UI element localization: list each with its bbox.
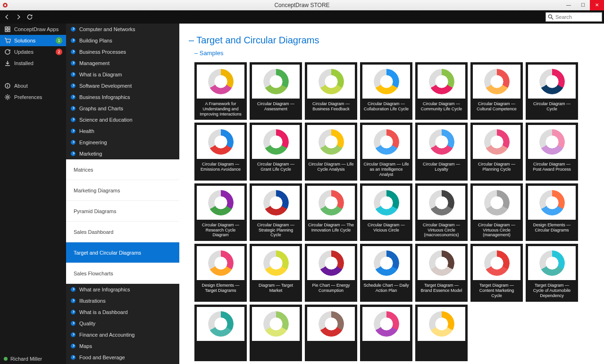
sample-card[interactable]: Target Diagram — Content Marketing Cycle xyxy=(470,244,523,301)
sample-card[interactable]: Circular Diagram — Life as an Intelligen… xyxy=(360,123,412,180)
sample-card[interactable] xyxy=(194,305,247,361)
sample-card[interactable]: Circular Diagram — Life Cycle Analysis xyxy=(305,123,357,180)
nav2-item-building-plans[interactable]: Building Plans xyxy=(66,35,179,46)
nav2-sub-sales-dashboard[interactable]: Sales Dashboard xyxy=(66,222,179,242)
sample-thumb xyxy=(252,186,300,220)
sample-card[interactable]: Circular Diagram — Collaboration Life Cy… xyxy=(360,62,412,120)
sample-card[interactable]: Circular Diagram — Assessment xyxy=(250,62,302,120)
sample-card[interactable]: Pie Chart — Energy Consumption xyxy=(305,244,357,301)
sample-thumb xyxy=(252,246,300,280)
nav2-sub-matrices[interactable]: Matrices xyxy=(66,159,179,180)
nav1-label: Updates xyxy=(14,49,34,55)
sample-caption: Design Elements — Target Diagrams xyxy=(197,282,244,298)
info-icon xyxy=(4,82,11,90)
nav2-label: Software Development xyxy=(79,83,132,89)
close-button[interactable]: ✕ xyxy=(590,0,604,10)
nav1-item-installed[interactable]: Installed xyxy=(0,58,66,69)
forward-button[interactable] xyxy=(13,12,24,22)
nav2-sub-sales-flowcharts[interactable]: Sales Flowcharts xyxy=(66,263,179,284)
sample-caption: Circular Diagram — Life Cycle Analysis xyxy=(307,161,355,177)
sample-card[interactable] xyxy=(250,305,302,361)
sample-card[interactable]: Circular Diagram — Virtuous Circle (macr… xyxy=(415,183,468,241)
nav2-item-what-is-a-diagram[interactable]: What is a Diagram xyxy=(66,69,179,80)
nav2-item-finance-and-accounting[interactable]: Finance and Accounting xyxy=(66,329,179,340)
sample-caption: Circular Diagram — Assessment xyxy=(252,100,300,116)
sample-caption: Circular Diagram — Vicious Circle xyxy=(362,222,410,238)
sample-card[interactable]: A Framework for Understanding and Improv… xyxy=(194,62,247,120)
sample-card[interactable]: Diagram — Target Market xyxy=(250,244,302,301)
sample-card[interactable]: Target Diagram — Cycle of Automobile Dep… xyxy=(526,244,578,301)
sample-caption: Circular Diagram — Post Award Process xyxy=(528,161,576,177)
svg-rect-7 xyxy=(8,30,10,32)
nav2-item-food-and-beverage[interactable]: Food and Beverage xyxy=(66,352,179,363)
sample-caption: Circular Diagram — Virtuous Circle (macr… xyxy=(418,222,465,239)
sample-card[interactable]: Schedule Chart — Daily Action Plan xyxy=(360,244,412,301)
nav2-item-software-development[interactable]: Software Development xyxy=(66,80,179,91)
nav2-item-what-are-infographics[interactable]: What are Infographics xyxy=(66,284,179,295)
sample-card[interactable]: Circular Diagram — Post Award Process xyxy=(526,123,578,180)
sample-card[interactable]: Circular Diagram — The Innovation Life C… xyxy=(305,183,357,241)
nav2-item-health[interactable]: Health xyxy=(66,125,179,137)
sample-card[interactable]: Circular Diagram — Strategic Planning Cy… xyxy=(250,183,302,241)
gear-icon xyxy=(4,93,11,101)
page-title: Target and Circular Diagrams xyxy=(189,35,600,46)
maximize-button[interactable]: ☐ xyxy=(576,0,590,10)
nav2-sub-target-and-circular-diagrams[interactable]: Target and Circular Diagrams xyxy=(66,242,179,263)
sample-caption xyxy=(307,343,355,359)
sample-card[interactable]: Circular Diagram — Virtuous Circle (mana… xyxy=(470,183,523,241)
nav1-label: Preferences xyxy=(14,94,42,100)
nav2-item-illustrations[interactable]: Illustrations xyxy=(66,295,179,306)
nav2-label: Quality xyxy=(79,321,95,326)
nav2-item-what-is-a-dashboard[interactable]: What is a Dashboard xyxy=(66,306,179,318)
nav2-item-management[interactable]: Management xyxy=(66,58,179,69)
nav2-item-graphs-and-charts[interactable]: Graphs and Charts xyxy=(66,103,179,114)
nav2-item-business-infographics[interactable]: Business Infographics xyxy=(66,91,179,103)
user-footer[interactable]: Richard Miller xyxy=(0,354,66,364)
sample-card[interactable]: Circular Diagram — Cultural Competence xyxy=(470,62,523,120)
sample-card[interactable]: Circular Diagram — Emissions Avoidance xyxy=(194,123,247,180)
nav2-label: Computer and Networks xyxy=(79,26,135,32)
sample-thumb xyxy=(418,125,465,159)
back-button[interactable] xyxy=(2,12,12,22)
sample-card[interactable]: Target Diagram — Brand Essence Model xyxy=(415,244,468,301)
nav2-item-computer-and-networks[interactable]: Computer and Networks xyxy=(66,24,179,35)
nav2-item-science-and-education[interactable]: Science and Education xyxy=(66,114,179,125)
nav2-item-maps[interactable]: Maps xyxy=(66,340,179,352)
nav2-label: What is a Diagram xyxy=(79,72,122,77)
search-input[interactable] xyxy=(545,12,602,22)
expand-icon xyxy=(71,151,76,156)
nav2-sub-pyramid-diagrams[interactable]: Pyramid Diagrams xyxy=(66,201,179,222)
nav1-item-preferences[interactable]: Preferences xyxy=(0,91,66,103)
sample-card[interactable]: Circular Diagram — Business Feedback xyxy=(305,62,357,120)
sample-card[interactable] xyxy=(360,305,412,361)
expand-icon xyxy=(71,50,76,54)
sample-card[interactable]: Design Elements — Target Diagrams xyxy=(194,244,247,301)
sample-thumb xyxy=(528,65,576,99)
sample-card[interactable] xyxy=(305,305,357,361)
nav2-item-marketing[interactable]: Marketing xyxy=(66,148,179,159)
nav2-item-quality[interactable]: Quality xyxy=(66,318,179,329)
nav1-item-updates[interactable]: Updates2 xyxy=(0,46,66,58)
sample-card[interactable]: Design Elements — Circular Diagrams xyxy=(526,183,578,241)
nav1-item-conceptdraw-apps[interactable]: ConceptDraw Apps xyxy=(0,24,66,35)
sample-thumb xyxy=(362,307,410,341)
sample-thumb xyxy=(197,65,244,99)
sample-card[interactable]: Circular Diagram — Vicious Circle xyxy=(360,183,412,241)
minimize-button[interactable]: — xyxy=(562,0,576,10)
nav1-item-about[interactable]: About xyxy=(0,80,66,91)
sample-card[interactable]: Circular Diagram — Loyalty xyxy=(415,123,468,180)
nav2-item-business-processes[interactable]: Business Processes xyxy=(66,46,179,58)
nav2-sub-marketing-diagrams[interactable]: Marketing Diagrams xyxy=(66,180,179,201)
sample-card[interactable]: Circular Diagram — Cycle xyxy=(526,62,578,120)
expand-icon xyxy=(71,72,76,77)
sample-card[interactable]: Circular Diagram — Research Cycle Diagra… xyxy=(194,183,247,241)
sample-thumb xyxy=(252,125,300,159)
nav1-item-solutions[interactable]: Solutions1 xyxy=(0,35,66,46)
refresh-button[interactable] xyxy=(25,12,35,22)
sample-card[interactable]: Circular Diagram — Grant Life Cycle xyxy=(250,123,302,180)
sample-card[interactable] xyxy=(415,305,468,361)
sample-card[interactable]: Circular Diagram — Community Life Cycle xyxy=(415,62,468,120)
nav2-item-engineering[interactable]: Engineering xyxy=(66,137,179,148)
nav2-label: Business Infographics xyxy=(79,94,130,100)
sample-card[interactable]: Circular Diagram — Planning Cycle xyxy=(470,123,523,180)
